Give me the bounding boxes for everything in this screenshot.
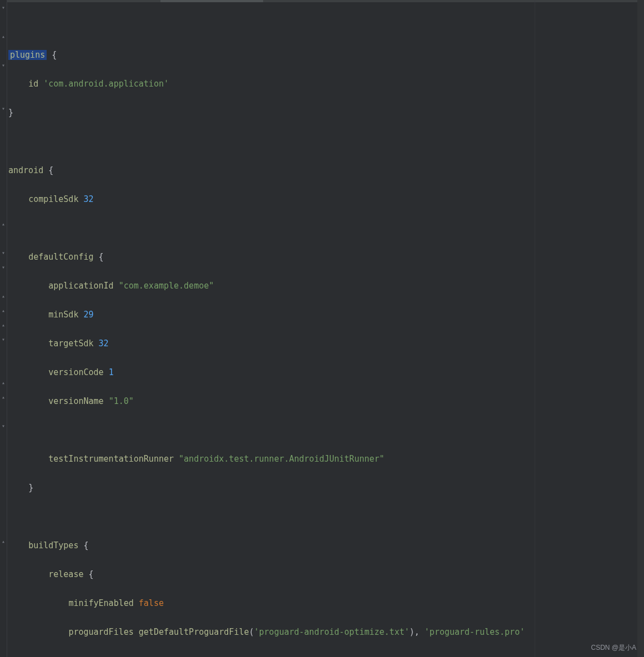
- fold-icon[interactable]: ▴: [2, 539, 6, 544]
- fold-icon[interactable]: ▴: [2, 222, 6, 226]
- code-line: minifyEnabled false: [7, 596, 644, 610]
- code-line: [7, 221, 644, 235]
- fold-icon[interactable]: ▾: [2, 6, 6, 10]
- code-line: targetSdk 32: [7, 336, 644, 351]
- code-line: compileSdk 32: [7, 192, 644, 206]
- fold-icon[interactable]: ▴: [2, 323, 6, 327]
- fold-icon[interactable]: ▴: [2, 395, 6, 400]
- code-line: plugins {: [7, 48, 644, 62]
- code-line: applicationId "com.example.demoe": [7, 279, 644, 293]
- fold-icon[interactable]: ▴: [2, 381, 6, 385]
- code-line: }: [7, 105, 644, 120]
- fold-icon[interactable]: ▴: [2, 294, 6, 299]
- error-stripe[interactable]: [637, 0, 644, 657]
- code-line: defaultConfig {: [7, 250, 644, 264]
- code-line: id 'com.android.application': [7, 77, 644, 91]
- fold-icon[interactable]: ▾: [2, 251, 6, 255]
- code-line: [7, 423, 644, 437]
- right-margin-guide: [535, 0, 535, 657]
- fold-icon[interactable]: ▾: [2, 63, 6, 68]
- code-line: android {: [7, 163, 644, 178]
- code-line: proguardFiles getDefaultProguardFile('pr…: [7, 625, 644, 639]
- fold-icon[interactable]: ▾: [2, 107, 6, 111]
- code-line: versionCode 1: [7, 365, 644, 380]
- code-area[interactable]: plugins { id 'com.android.application' }…: [7, 0, 644, 657]
- code-line: }: [7, 654, 644, 657]
- fold-icon[interactable]: ▾: [2, 424, 6, 428]
- fold-icon[interactable]: ▾: [2, 337, 6, 342]
- fold-icon[interactable]: ▾: [2, 265, 6, 270]
- code-line: testInstrumentationRunner "androidx.test…: [7, 452, 644, 466]
- gutter[interactable]: ▾ ▴ ▾ ▾ ▴ ▾ ▾ ▴ ▴ ▴ ▾ ▴ ▴ ▾ ▴: [0, 0, 7, 657]
- code-line: [7, 134, 644, 149]
- fold-icon[interactable]: ▴: [2, 309, 6, 313]
- code-line: minSdk 29: [7, 307, 644, 322]
- code-line: [7, 509, 644, 524]
- fold-icon[interactable]: ▴: [2, 34, 6, 39]
- code-line: }: [7, 481, 644, 495]
- code-editor[interactable]: ▾ ▴ ▾ ▾ ▴ ▾ ▾ ▴ ▴ ▴ ▾ ▴ ▴ ▾ ▴ plugins { …: [0, 0, 644, 657]
- selection: plugins: [8, 50, 47, 60]
- code-line: buildTypes {: [7, 538, 644, 553]
- code-line: release {: [7, 567, 644, 582]
- watermark: CSDN @是小A: [591, 640, 636, 655]
- code-line: versionName "1.0": [7, 394, 644, 408]
